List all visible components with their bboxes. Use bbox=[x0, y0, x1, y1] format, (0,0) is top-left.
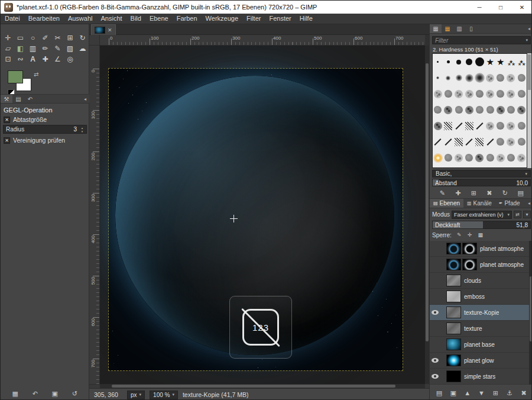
layer-name[interactable]: texture-Kopie bbox=[464, 309, 499, 316]
menu-bearbeiten[interactable]: Bearbeiten bbox=[24, 14, 64, 24]
brush-item[interactable] bbox=[506, 134, 517, 150]
layer-mask-thumbnail[interactable] bbox=[462, 243, 477, 254]
mode-menu-icon[interactable]: ▾ bbox=[523, 211, 531, 218]
tool-zoom-icon[interactable]: ◎ bbox=[64, 54, 76, 64]
tool-scissors-select-icon[interactable]: ✂ bbox=[51, 33, 64, 43]
tool-options-tab-icon[interactable]: ⚒ bbox=[1, 95, 12, 103]
brush-item[interactable] bbox=[495, 150, 506, 166]
tool-free-select-icon[interactable]: ✐ bbox=[39, 33, 51, 43]
device-status-tab-icon[interactable]: ▤ bbox=[12, 95, 24, 103]
tool-measure-icon[interactable]: ∠ bbox=[51, 54, 64, 64]
menu-werkzeuge[interactable]: Werkzeuge bbox=[202, 14, 242, 24]
brush-item[interactable] bbox=[475, 118, 485, 134]
menu-fenster[interactable]: Fenster bbox=[265, 14, 295, 24]
brush-grid[interactable] bbox=[432, 53, 527, 168]
brush-item[interactable] bbox=[464, 118, 475, 134]
menu-hilfe[interactable]: Hilfe bbox=[296, 14, 317, 24]
tool-gradient-icon[interactable]: ▥ bbox=[27, 43, 39, 54]
canvas-image[interactable]: 123 bbox=[109, 69, 403, 370]
layer-row[interactable]: texture bbox=[430, 321, 529, 337]
brush-item[interactable] bbox=[443, 70, 454, 86]
tool-ellipse-select-icon[interactable]: ○ bbox=[27, 33, 39, 43]
brush-item[interactable] bbox=[485, 118, 495, 134]
brush-item[interactable] bbox=[443, 102, 454, 118]
navigation-button[interactable] bbox=[425, 384, 429, 388]
maximize-button[interactable]: □ bbox=[490, 1, 511, 14]
brush-item[interactable] bbox=[453, 70, 464, 86]
menu-datei[interactable]: Datei bbox=[1, 14, 24, 24]
brush-item[interactable] bbox=[453, 54, 464, 70]
layer-mode-dropdown[interactable]: Faser extrahieren (v) ▾ bbox=[452, 211, 512, 219]
lower-layer-icon[interactable]: ▼ bbox=[476, 388, 486, 398]
canvas-viewport[interactable]: 123 bbox=[100, 46, 425, 384]
brush-item[interactable] bbox=[485, 102, 495, 118]
delete-tool-preset-icon[interactable]: ▣ bbox=[50, 389, 60, 398]
tool-rotate-icon[interactable]: ↻ bbox=[76, 33, 89, 43]
tool-clone-icon[interactable]: ⊡ bbox=[2, 54, 14, 64]
layer-opacity-slider[interactable]: Deckkraft 51,8 bbox=[432, 221, 531, 229]
quick-mask-button[interactable] bbox=[89, 384, 100, 388]
brush-item[interactable] bbox=[506, 118, 517, 134]
brush-item[interactable] bbox=[433, 134, 443, 150]
unit-dropdown[interactable]: px ▾ bbox=[127, 391, 145, 399]
brush-item[interactable] bbox=[433, 70, 443, 86]
layer-row[interactable]: planet atmosphe bbox=[430, 241, 529, 257]
brush-item[interactable] bbox=[464, 150, 475, 166]
brush-item[interactable] bbox=[464, 70, 475, 86]
brush-item[interactable] bbox=[506, 54, 517, 70]
brush-item[interactable] bbox=[464, 134, 475, 150]
layer-thumbnail[interactable] bbox=[446, 243, 461, 254]
dock-menu-icon[interactable]: ◂ bbox=[81, 95, 89, 103]
layers-tab[interactable]: ▤Ebenen bbox=[430, 199, 463, 208]
brush-item[interactable] bbox=[485, 134, 495, 150]
layer-row[interactable]: texture-Kopie bbox=[430, 305, 529, 321]
new-layer-icon[interactable]: ▤ bbox=[434, 388, 445, 398]
checkbox-checked-icon[interactable]: ✕ bbox=[4, 137, 10, 144]
brush-item[interactable] bbox=[453, 102, 464, 118]
layer-name[interactable]: emboss bbox=[464, 293, 485, 300]
scrollbar-thumb[interactable] bbox=[530, 276, 532, 341]
close-button[interactable]: ✕ bbox=[511, 1, 532, 14]
brush-item[interactable] bbox=[485, 70, 495, 86]
scrollbar-thumb[interactable] bbox=[426, 63, 429, 341]
radius-spinner[interactable]: Radius 3 ▴▾ bbox=[3, 125, 87, 134]
brush-item[interactable] bbox=[516, 54, 527, 70]
swap-colors-icon[interactable]: ⇄ bbox=[34, 71, 38, 78]
brushes-tab-icon[interactable]: ▦ bbox=[430, 24, 442, 33]
brush-item[interactable] bbox=[485, 54, 495, 70]
layer-thumbnail[interactable] bbox=[446, 307, 461, 318]
brush-item[interactable] bbox=[443, 54, 454, 70]
new-brush-icon[interactable]: ✚ bbox=[453, 188, 463, 198]
brush-item[interactable] bbox=[464, 86, 475, 102]
brush-item[interactable] bbox=[475, 150, 485, 166]
brush-item[interactable] bbox=[506, 86, 517, 102]
tool-rectangle-select-icon[interactable]: ▭ bbox=[14, 33, 27, 43]
edit-brush-icon[interactable]: ✎ bbox=[437, 188, 447, 198]
brush-item[interactable] bbox=[475, 134, 485, 150]
raise-layer-icon[interactable]: ▲ bbox=[462, 388, 473, 398]
tool-smudge-icon[interactable]: ∾ bbox=[14, 54, 27, 64]
zoom-dropdown[interactable]: 100 % ▾ bbox=[150, 391, 178, 399]
tool-eraser-icon[interactable]: ▨ bbox=[64, 43, 76, 54]
layer-thumbnail[interactable] bbox=[446, 354, 461, 366]
duplicate-brush-icon[interactable]: ⊞ bbox=[468, 188, 479, 198]
brush-item[interactable] bbox=[433, 54, 443, 70]
layer-name[interactable]: planet base bbox=[464, 341, 495, 348]
brush-item[interactable] bbox=[443, 86, 454, 102]
layer-name[interactable]: planet atmosphe bbox=[480, 246, 524, 252]
layer-name[interactable]: planet atmosphe bbox=[480, 262, 524, 268]
brush-item[interactable] bbox=[433, 150, 443, 166]
brush-item[interactable] bbox=[475, 54, 485, 70]
brush-item[interactable] bbox=[443, 150, 454, 166]
layer-row[interactable]: simple stars bbox=[430, 369, 529, 385]
brush-item[interactable] bbox=[433, 86, 443, 102]
spinner-arrows[interactable]: ▴▾ bbox=[79, 126, 85, 133]
lock-alpha-icon[interactable]: ▦ bbox=[476, 231, 485, 239]
layer-row[interactable]: planet atmosphe bbox=[430, 257, 529, 273]
brush-item[interactable] bbox=[516, 70, 527, 86]
layer-name[interactable]: planet glow bbox=[464, 357, 494, 364]
minimize-button[interactable]: ─ bbox=[469, 1, 490, 14]
brush-item[interactable] bbox=[516, 134, 527, 150]
brush-item[interactable] bbox=[475, 102, 485, 118]
foreground-color-swatch[interactable] bbox=[8, 70, 23, 83]
